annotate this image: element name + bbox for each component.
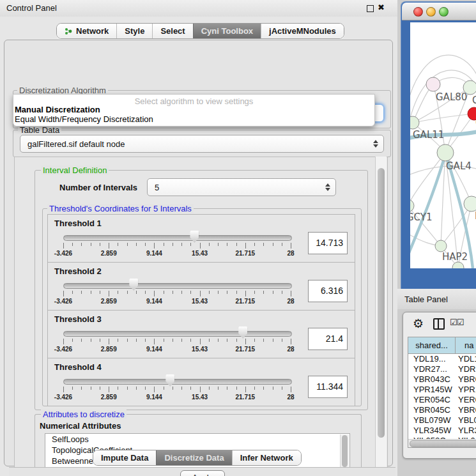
- slider-track[interactable]: [63, 235, 292, 241]
- tab-network[interactable]: Network: [57, 24, 116, 38]
- table-row[interactable]: YBR043CYBR0: [408, 374, 476, 385]
- cyni-toolbox-panel: Discretization Algorithm Select algorith…: [4, 40, 393, 466]
- network-view-window: GAL80GACGAL11GAL4GCY1HHAP2: [401, 1, 476, 289]
- dropdown-item-equal-width[interactable]: Equal Width/Frequency Discretization: [15, 114, 153, 124]
- column-header-name[interactable]: na: [456, 337, 476, 353]
- table-cell: YDL19...: [408, 354, 456, 364]
- attribute-list-item[interactable]: SelfLoops: [45, 434, 349, 445]
- algorithm-dropdown-popup: Select algorithm to view settings Manual…: [13, 94, 375, 127]
- tab-discretize-data[interactable]: Discretize Data: [156, 450, 231, 465]
- tab-style[interactable]: Style: [116, 24, 152, 38]
- slider-ticks: [63, 291, 291, 297]
- tab-jactivemnodules[interactable]: jActiveMNodules: [261, 24, 344, 38]
- slider-thumb[interactable]: [165, 374, 174, 387]
- table-row[interactable]: YBL079WYBL0: [408, 415, 476, 426]
- panel-title: Control Panel: [6, 3, 57, 13]
- network-node[interactable]: [437, 144, 454, 161]
- threshold-value-field[interactable]: 14.713: [308, 232, 348, 254]
- tab-infer-network[interactable]: Infer Network: [232, 450, 301, 465]
- network-node[interactable]: [410, 199, 414, 212]
- network-edge[interactable]: [410, 153, 445, 206]
- network-node[interactable]: [464, 196, 476, 211]
- table-cell: YLR345W: [408, 426, 456, 436]
- float-window-icon[interactable]: [367, 5, 374, 12]
- slider-track[interactable]: [63, 283, 292, 289]
- control-panel: Control Panel ✖ NetworkStyleSelectCyni T…: [0, 0, 397, 476]
- tab-cyni-toolbox[interactable]: Cyni Toolbox: [193, 24, 261, 38]
- tab-impute-data[interactable]: Impute Data: [93, 450, 156, 465]
- network-node-label: HAP2: [442, 251, 468, 263]
- threshold-row: Threshold 2-3.4262.8599.14415.4321.71528…: [47, 262, 355, 311]
- slider-thumb[interactable]: [129, 279, 138, 291]
- table-cell: YBR043C: [408, 374, 456, 385]
- threshold-label: Threshold 2: [54, 266, 102, 276]
- table-header-row: shared... na: [408, 337, 476, 354]
- tab-select[interactable]: Select: [152, 24, 192, 38]
- select-columns-checkbox-icon[interactable]: ☑☑: [450, 318, 463, 327]
- network-node-label: GAL11: [413, 129, 444, 141]
- tab-label: Cyni Toolbox: [201, 26, 253, 36]
- table-row[interactable]: YER054CYER0: [408, 395, 476, 405]
- table-cell: YER0: [456, 395, 476, 405]
- settings-scrollbar[interactable]: [375, 157, 387, 467]
- table-panel-window: ⚙ ☑☑ shared... na YDL19...YDL1YDR27...YD…: [403, 312, 476, 459]
- minimize-traffic-light-icon[interactable]: [426, 7, 436, 17]
- threshold-value-field[interactable]: 21.4: [308, 328, 348, 350]
- attributes-scrollbar[interactable]: [340, 434, 349, 468]
- threshold-value-field[interactable]: 11.344: [308, 376, 348, 398]
- number-of-intervals-combobox[interactable]: 5: [147, 178, 336, 196]
- slider-ticks: [63, 243, 291, 249]
- table-row[interactable]: YLR345WYLR3: [408, 426, 476, 436]
- tab-label: jActiveMNodules: [269, 26, 336, 36]
- table-cell: YLR3: [456, 426, 476, 436]
- table-toolbar: ⚙ ☑☑: [403, 315, 476, 333]
- tab-label: Network: [76, 26, 109, 36]
- table-cell: YBL079W: [408, 415, 456, 426]
- table-horizontal-scrollbar[interactable]: [408, 439, 476, 447]
- threshold-label: Threshold 4: [54, 362, 102, 372]
- tab-label: Style: [125, 26, 144, 36]
- dropdown-item-manual[interactable]: Manual Discretization: [15, 105, 100, 114]
- threshold-rows: Threshold 1-3.4262.8599.14415.4321.71528…: [47, 215, 355, 406]
- number-of-intervals-label: Number of Intervals: [59, 183, 137, 192]
- close-icon[interactable]: ✖: [378, 3, 385, 12]
- table-cell: YDL1: [456, 354, 476, 364]
- apply-button[interactable]: Apply: [180, 470, 225, 476]
- columns-icon[interactable]: [433, 318, 445, 330]
- table-row[interactable]: YBR045CYBR0: [408, 405, 476, 415]
- network-node-label: GA: [472, 95, 476, 106]
- interval-definition-label: Interval Definition: [41, 165, 109, 175]
- tab-label: Infer Network: [240, 453, 293, 463]
- table-row[interactable]: YPR145WYPR1: [408, 385, 476, 395]
- slider-tick-labels: -3.4262.8599.14415.4321.71528: [63, 298, 291, 305]
- control-panel-titlebar: Control Panel ✖: [0, 0, 397, 17]
- tab-label: Discretize Data: [164, 453, 224, 463]
- network-graph: GAL80GACGAL11GAL4GCY1HHAP2: [410, 22, 476, 268]
- zoom-traffic-light-icon[interactable]: [439, 7, 449, 17]
- slider-tick-labels: -3.4262.8599.14415.4321.71528: [63, 346, 291, 353]
- table-panel-title: Table Panel: [404, 295, 448, 304]
- slider-ticks: [63, 339, 291, 345]
- gear-icon[interactable]: ⚙: [413, 316, 424, 331]
- thresholds-group-label: Threshold's Coordinates for 5 Intervals: [47, 204, 194, 213]
- table-body: YDL19...YDL1YDR27...YDR2YBR043CYBR0YPR14…: [408, 354, 476, 446]
- threshold-label: Threshold 3: [54, 314, 102, 324]
- slider-tick-labels: -3.4262.8599.14415.4321.71528: [63, 250, 291, 257]
- close-traffic-light-icon[interactable]: [413, 7, 423, 17]
- slider-track[interactable]: [63, 331, 292, 337]
- threshold-value-field[interactable]: 6.316: [308, 280, 348, 302]
- network-canvas[interactable]: GAL80GACGAL11GAL4GCY1HHAP2: [410, 22, 476, 268]
- slider-track[interactable]: [63, 379, 292, 385]
- table-cell: YBL0: [456, 415, 476, 426]
- table-cell: YPR1: [456, 385, 476, 395]
- slider-thumb[interactable]: [238, 326, 247, 339]
- table-data-combobox[interactable]: galFiltered.sif default node: [20, 135, 384, 153]
- slider-thumb[interactable]: [190, 231, 199, 243]
- column-header-shared-name[interactable]: shared...: [408, 337, 456, 353]
- table-row[interactable]: YDL19...YDL1: [408, 354, 476, 364]
- top-tab-bar: NetworkStyleSelectCyni ToolboxjActiveMNo…: [56, 23, 344, 39]
- network-node[interactable]: [426, 77, 440, 91]
- network-node[interactable]: [435, 240, 447, 252]
- table-row[interactable]: YDR27...YDR2: [408, 364, 476, 374]
- table-data-value: galFiltered.sif default node: [20, 139, 371, 149]
